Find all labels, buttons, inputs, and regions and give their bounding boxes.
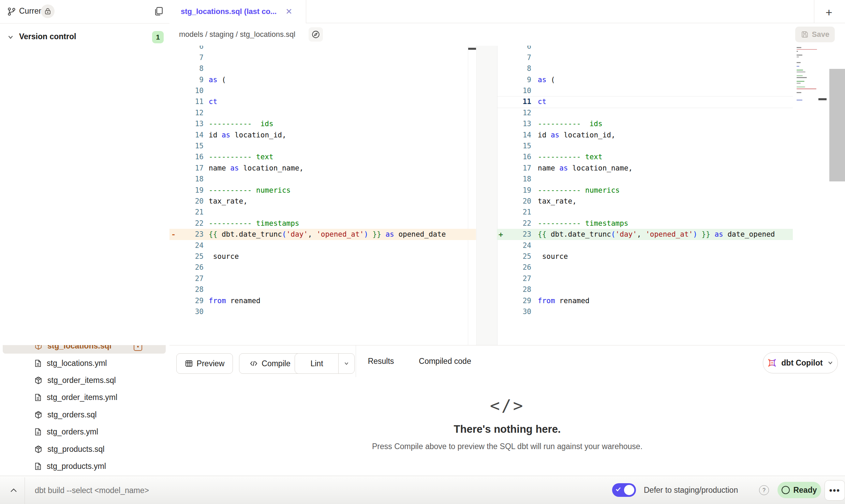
line-number: 15 <box>504 140 531 152</box>
code-line-right-20: tax_rate, <box>538 196 577 207</box>
diff-plus-marker: + <box>499 229 503 240</box>
minimap-line <box>797 55 802 56</box>
duplicate-icon[interactable] <box>153 6 164 17</box>
file-row-stg-orders-sql[interactable]: stg_orders.sql <box>34 407 97 422</box>
branch-lock-icon <box>41 4 55 18</box>
defer-toggle[interactable] <box>612 483 636 497</box>
tab-stg-locations[interactable]: stg_locations.sql (last co... ✕ <box>169 0 306 23</box>
git-branch-icon <box>7 7 16 16</box>
line-number: 13 <box>176 118 204 130</box>
dbt-copilot-icon <box>767 358 777 368</box>
line-number: 23 <box>504 229 531 240</box>
line-number: 12 <box>176 107 204 119</box>
overview-ruler-cursor-marker <box>818 98 827 100</box>
line-number: 21 <box>176 207 204 218</box>
model-cube-icon <box>34 376 43 385</box>
version-control-header[interactable]: Version control <box>19 32 76 41</box>
code-line-right-9: as ( <box>538 74 555 86</box>
breadcrumb-bar: models / staging / stg_locations.sql Sav… <box>169 23 845 46</box>
status-circle-icon <box>782 486 790 494</box>
minimap-line <box>797 100 802 101</box>
compile-button[interactable]: Compile <box>239 353 301 374</box>
line-number: 9 <box>176 74 204 86</box>
preview-button[interactable]: Preview <box>176 353 233 374</box>
code-line-right-19: ---------- numerics <box>538 185 620 196</box>
minimap-line <box>797 81 804 82</box>
minimap[interactable] <box>796 47 818 105</box>
left-pane-scrollbar-thumb[interactable] <box>468 48 476 50</box>
compile-label: Compile <box>262 359 290 368</box>
line-number: 21 <box>504 207 531 218</box>
file-label: stg_order_items.sql <box>47 376 116 385</box>
compiled-code-label: Compiled code <box>419 357 471 366</box>
version-control-chevron-icon[interactable] <box>7 33 14 41</box>
file-row-stg-products-yml[interactable]: stg_products.yml <box>34 459 106 474</box>
code-line-right-23: {{ dbt.date_trunc('day', 'opened_at') }}… <box>538 229 775 240</box>
line-number: 18 <box>176 174 204 185</box>
minimap-line <box>797 87 805 88</box>
empty-state-title: There's nothing here. <box>169 423 845 435</box>
copilot-chevron-icon <box>827 359 834 366</box>
line-number: 24 <box>504 240 531 251</box>
help-icon[interactable]: ? <box>759 485 769 495</box>
command-bar: Defer to staging/production ? Ready ••• <box>0 476 845 504</box>
line-number: 22 <box>176 218 204 229</box>
file-row-stg-locations-yml[interactable]: stg_locations.yml <box>34 356 107 371</box>
file-row-stg-orders-yml[interactable]: stg_orders.yml <box>34 425 98 440</box>
line-number: 30 <box>504 306 531 317</box>
tab-results[interactable]: Results <box>362 345 400 377</box>
branch-bar: Current <box>0 0 169 24</box>
line-number: 26 <box>504 262 531 273</box>
minimap-line <box>797 88 816 89</box>
code-line-right-14: id as location_id, <box>538 130 616 141</box>
lint-options-chevron[interactable] <box>338 354 354 373</box>
file-row-stg-products-sql[interactable]: stg_products.sql <box>34 442 104 457</box>
file-row-stg-order-items-sql[interactable]: stg_order_items.sql <box>34 373 116 388</box>
breadcrumb: models / staging / stg_locations.sql <box>179 30 295 39</box>
line-number: 25 <box>504 251 531 262</box>
dbt-copilot-button[interactable]: dbt Copilot <box>763 352 838 373</box>
line-number: 16 <box>504 151 531 163</box>
line-number: 13 <box>504 118 531 130</box>
code-line-left-11: ct <box>209 96 217 107</box>
defer-label: Defer to staging/production <box>644 486 738 495</box>
line-number: 14 <box>504 130 531 141</box>
table-icon <box>185 359 193 368</box>
code-brackets-icon <box>250 359 258 368</box>
bottom-toolbar: Preview Compile Lint Results Compiled co… <box>169 345 845 377</box>
line-number: 15 <box>176 140 204 152</box>
minimap-line <box>797 49 817 50</box>
new-tab-button[interactable]: + <box>823 6 835 18</box>
code-line-right-22: ---------- timestamps <box>538 218 628 229</box>
lint-button[interactable]: Lint <box>295 353 355 374</box>
more-options-button[interactable]: ••• <box>825 480 845 501</box>
lint-label: Lint <box>310 359 323 368</box>
command-input[interactable] <box>34 481 547 500</box>
line-number: 20 <box>176 196 204 207</box>
save-button[interactable]: Save <box>795 27 835 42</box>
line-number: 23 <box>176 229 204 240</box>
dbt-cloud-ide-window: { "colors": { "accent_orange": "#a85f28"… <box>0 0 845 504</box>
lineage-compass-icon[interactable] <box>309 27 323 42</box>
diff-editor[interactable]: 6789as (1011ct1213---------- ids14id as … <box>0 46 845 345</box>
window-scrollbar-thumb[interactable] <box>829 69 845 181</box>
tab-compiled-code[interactable]: Compiled code <box>411 345 479 379</box>
code-line-left-13: ---------- ids <box>209 118 273 130</box>
ready-status-badge[interactable]: Ready <box>777 482 821 498</box>
file-row-stg-order-items-yml[interactable]: stg_order_items.yml <box>34 390 117 405</box>
line-number: 28 <box>176 284 204 295</box>
minimap-line <box>797 72 805 73</box>
collapse-chevron-icon[interactable] <box>6 484 21 497</box>
code-line-right-25: source <box>538 251 568 262</box>
model-cube-icon <box>34 445 43 454</box>
diff-editor-sash[interactable] <box>476 46 498 345</box>
file-label: stg_products.yml <box>47 462 106 471</box>
line-number: 19 <box>176 185 204 196</box>
code-line-left-14: id as location_id, <box>209 130 286 141</box>
results-label: Results <box>368 357 394 366</box>
line-number: 26 <box>176 262 204 273</box>
minimap-line <box>797 66 799 67</box>
code-line-left-25: source <box>209 251 239 262</box>
minimap-line <box>797 62 801 63</box>
tab-close-icon[interactable]: ✕ <box>285 7 292 16</box>
